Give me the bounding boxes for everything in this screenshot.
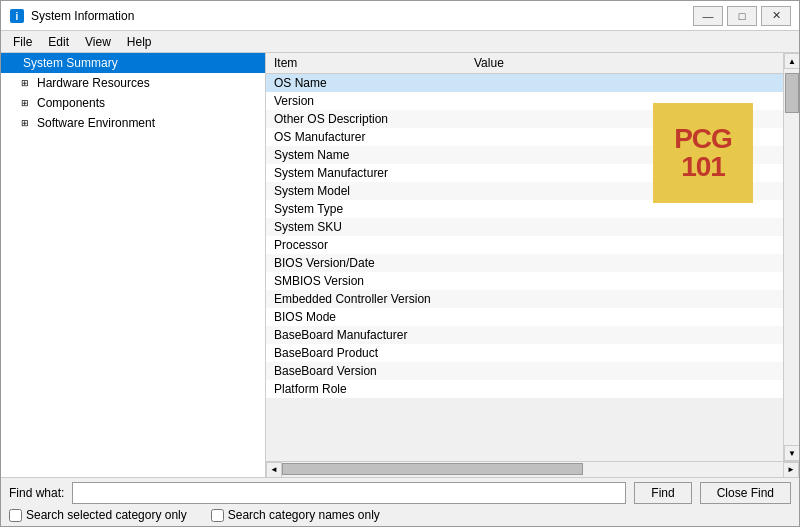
table-cell-item: BaseBoard Product xyxy=(266,344,466,362)
table-cell-item: Processor xyxy=(266,236,466,254)
scroll-thumb[interactable] xyxy=(785,73,799,113)
maximize-button[interactable]: □ xyxy=(727,6,757,26)
table-row: BaseBoard Version xyxy=(266,362,783,380)
table-cell-item: BIOS Mode xyxy=(266,308,466,326)
table-cell-value xyxy=(466,344,783,362)
table-cell-item: Embedded Controller Version xyxy=(266,290,466,308)
table-cell-value xyxy=(466,272,783,290)
table-cell-value xyxy=(466,218,783,236)
watermark-line1: PCG xyxy=(674,125,732,153)
sidebar-label-system-summary: System Summary xyxy=(23,56,118,70)
window-controls: — □ ✕ xyxy=(693,6,791,26)
table-cell-item: OS Name xyxy=(266,74,466,93)
table-cell-item: System Model xyxy=(266,182,466,200)
main-content: System Summary ⊞ Hardware Resources ⊞ Co… xyxy=(1,53,799,477)
table-cell-item: Platform Role xyxy=(266,380,466,398)
bottom-bar: Find what: Find Close Find Search select… xyxy=(1,477,799,526)
menu-file[interactable]: File xyxy=(5,33,40,51)
checkbox-selected-category-input[interactable] xyxy=(9,509,22,522)
title-bar-left: i System Information xyxy=(9,8,134,24)
minimize-button[interactable]: — xyxy=(693,6,723,26)
find-input[interactable] xyxy=(72,482,626,504)
main-window: i System Information — □ ✕ File Edit Vie… xyxy=(0,0,800,527)
horizontal-scrollbar: ◄ ► xyxy=(266,461,799,477)
checkbox-selected-category[interactable]: Search selected category only xyxy=(9,508,187,522)
table-cell-value xyxy=(466,308,783,326)
close-button[interactable]: ✕ xyxy=(761,6,791,26)
table-cell-value xyxy=(466,380,783,398)
sidebar-item-components[interactable]: ⊞ Components xyxy=(1,93,265,113)
close-find-button[interactable]: Close Find xyxy=(700,482,791,504)
menu-bar: File Edit View Help xyxy=(1,31,799,53)
table-row: BaseBoard Product xyxy=(266,344,783,362)
h-scroll-thumb[interactable] xyxy=(282,463,583,475)
table-cell-value xyxy=(466,290,783,308)
app-icon: i xyxy=(9,8,25,24)
scroll-left-arrow[interactable]: ◄ xyxy=(266,462,282,478)
table-cell-value xyxy=(466,326,783,344)
table-cell-item: SMBIOS Version xyxy=(266,272,466,290)
table-row: Embedded Controller Version xyxy=(266,290,783,308)
table-cell-item: Other OS Description xyxy=(266,110,466,128)
table-row: System SKU xyxy=(266,218,783,236)
table-row: BIOS Version/Date xyxy=(266,254,783,272)
table-cell-item: BaseBoard Version xyxy=(266,362,466,380)
table-row: Processor xyxy=(266,236,783,254)
col-item: Item xyxy=(266,53,466,74)
scroll-up-arrow[interactable]: ▲ xyxy=(784,53,799,69)
watermark-line2: 101 xyxy=(681,153,725,181)
table-cell-value xyxy=(466,236,783,254)
sidebar-label-components: Components xyxy=(37,96,105,110)
table-cell-item: Version xyxy=(266,92,466,110)
expander-components: ⊞ xyxy=(21,98,33,108)
table-cell-item: System Name xyxy=(266,146,466,164)
sidebar-item-system-summary[interactable]: System Summary xyxy=(1,53,265,73)
h-scroll-track[interactable] xyxy=(282,462,783,478)
sidebar: System Summary ⊞ Hardware Resources ⊞ Co… xyxy=(1,53,266,477)
table-row: OS Name xyxy=(266,74,783,93)
table-cell-item: System SKU xyxy=(266,218,466,236)
table-cell-item: OS Manufacturer xyxy=(266,128,466,146)
checkbox-row: Search selected category only Search cat… xyxy=(9,508,791,522)
table-cell-value xyxy=(466,74,783,93)
checkbox-category-names-input[interactable] xyxy=(211,509,224,522)
table-cell-value xyxy=(466,254,783,272)
checkbox-category-names[interactable]: Search category names only xyxy=(211,508,380,522)
sidebar-label-software-environment: Software Environment xyxy=(37,116,155,130)
watermark-badge: PCG 101 xyxy=(653,103,753,203)
table-row: SMBIOS Version xyxy=(266,272,783,290)
title-bar: i System Information — □ ✕ xyxy=(1,1,799,31)
col-value: Value xyxy=(466,53,783,74)
sidebar-item-hardware-resources[interactable]: ⊞ Hardware Resources xyxy=(1,73,265,93)
expander-hardware-resources: ⊞ xyxy=(21,78,33,88)
checkbox-category-names-label: Search category names only xyxy=(228,508,380,522)
sidebar-label-hardware-resources: Hardware Resources xyxy=(37,76,150,90)
table-cell-item: BaseBoard Manufacturer xyxy=(266,326,466,344)
table-cell-item: System Manufacturer xyxy=(266,164,466,182)
table-row: BaseBoard Manufacturer xyxy=(266,326,783,344)
menu-view[interactable]: View xyxy=(77,33,119,51)
table-and-scroll: Item Value OS NameVersionOther OS Descri… xyxy=(266,53,799,461)
vertical-scrollbar[interactable]: ▲ ▼ xyxy=(783,53,799,461)
find-row: Find what: Find Close Find xyxy=(9,482,791,504)
checkbox-selected-category-label: Search selected category only xyxy=(26,508,187,522)
sidebar-item-software-environment[interactable]: ⊞ Software Environment xyxy=(1,113,265,133)
menu-edit[interactable]: Edit xyxy=(40,33,77,51)
table-row: BIOS Mode xyxy=(266,308,783,326)
menu-help[interactable]: Help xyxy=(119,33,160,51)
right-panel: Item Value OS NameVersionOther OS Descri… xyxy=(266,53,799,477)
scroll-right-arrow[interactable]: ► xyxy=(783,462,799,478)
window-title: System Information xyxy=(31,9,134,23)
scroll-down-arrow[interactable]: ▼ xyxy=(784,445,799,461)
table-cell-item: BIOS Version/Date xyxy=(266,254,466,272)
find-label: Find what: xyxy=(9,486,64,500)
table-row: Platform Role xyxy=(266,380,783,398)
data-table: Item Value OS NameVersionOther OS Descri… xyxy=(266,53,783,461)
table-cell-value xyxy=(466,362,783,380)
table-cell-item: System Type xyxy=(266,200,466,218)
find-button[interactable]: Find xyxy=(634,482,691,504)
expander-software-environment: ⊞ xyxy=(21,118,33,128)
svg-text:i: i xyxy=(16,11,19,22)
